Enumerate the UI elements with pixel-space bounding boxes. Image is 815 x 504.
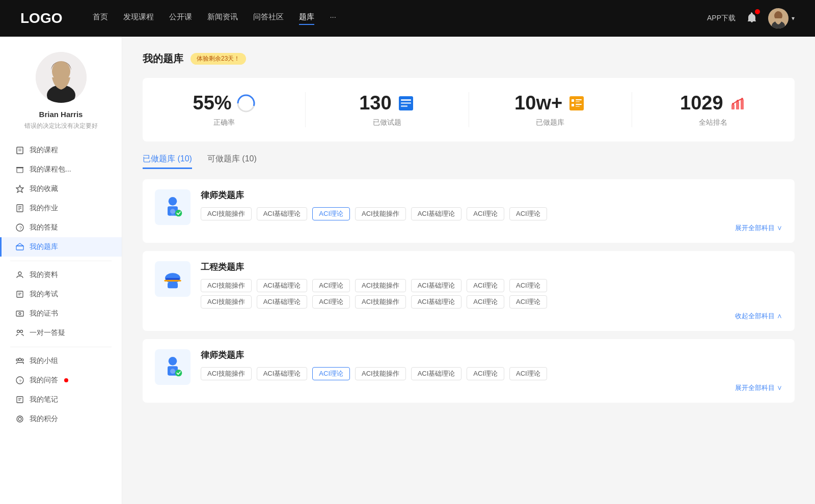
sidebar-item-qa[interactable]: ? 我的问答: [0, 371, 122, 390]
qbank-card-lawyer-2: 律师类题库 ACI技能操作 ACI基础理论 ACI理论 ACI技能操作 ACI基…: [143, 339, 795, 403]
tab-done[interactable]: 已做题库 (10): [143, 154, 192, 169]
sidebar-item-profile[interactable]: 我的资料: [0, 265, 122, 285]
sidebar-item-notes[interactable]: 我的笔记: [0, 390, 122, 409]
eng-tag-2[interactable]: ACI理论: [312, 279, 350, 292]
svg-point-69: [170, 369, 175, 374]
qbank-card-engineer: 工程类题库 ACI技能操作 ACI基础理论 ACI理论 ACI技能操作 ACI基…: [143, 251, 795, 331]
eng-tag-13[interactable]: ACI理论: [509, 295, 547, 309]
sidebar-label-package: 我的课程包...: [30, 165, 71, 174]
trial-badge: 体验剩余23天！: [191, 53, 246, 65]
svg-rect-66: [168, 283, 178, 289]
stats-card: 55% 正确率 130: [143, 78, 795, 142]
eng-tag-4[interactable]: ACI基础理论: [411, 279, 462, 292]
tag-6[interactable]: ACI理论: [509, 207, 547, 220]
tag-0[interactable]: ACI技能操作: [201, 207, 252, 220]
sidebar-label-points: 我的积分: [30, 414, 58, 424]
eng-tag-5[interactable]: ACI理论: [467, 279, 504, 292]
l2-tag-2[interactable]: ACI理论: [312, 367, 350, 380]
svg-rect-49: [576, 101, 580, 102]
stat-value-banks: 10w+: [514, 92, 562, 114]
tag-5[interactable]: ACI理论: [467, 207, 504, 220]
tag-1[interactable]: ACI基础理论: [257, 207, 308, 220]
l2-tag-1[interactable]: ACI基础理论: [257, 367, 308, 380]
main-content: 我的题库 体验剩余23天！ 55% 正确率: [122, 37, 815, 504]
eng-tag-7[interactable]: ACI技能操作: [201, 295, 252, 309]
sidebar-item-tutor[interactable]: 一对一答疑: [0, 323, 122, 343]
l2-tag-3[interactable]: ACI技能操作: [355, 367, 406, 380]
qbank-icon-engineer: [155, 261, 191, 297]
eng-tag-11[interactable]: ACI基础理论: [411, 295, 462, 309]
exam-icon: [15, 290, 24, 299]
nav-opencourse[interactable]: 公开课: [169, 12, 192, 25]
eng-tag-1[interactable]: ACI基础理论: [257, 279, 308, 292]
eng-tag-6[interactable]: ACI理论: [509, 279, 547, 292]
svg-point-21: [18, 272, 21, 275]
qbank-expand-engineer[interactable]: 收起全部科目 ∧: [201, 312, 782, 321]
stat-value-questions: 130: [359, 92, 391, 114]
navbar-right: APP下载 ▾: [707, 8, 795, 29]
eng-tag-3[interactable]: ACI技能操作: [355, 279, 406, 292]
profile-motto: 错误的决定比没有决定要好: [24, 122, 98, 130]
stat-top-rank: 1029: [680, 92, 747, 114]
sidebar-item-homework[interactable]: 我的作业: [0, 199, 122, 218]
sidebar-item-questions[interactable]: ? 我的答疑: [0, 218, 122, 237]
stat-accuracy: 55% 正确率: [143, 92, 306, 127]
qbank-expand-lawyer-2[interactable]: 展开全部科目 ∨: [201, 383, 782, 393]
eng-tag-0[interactable]: ACI技能操作: [201, 279, 252, 292]
svg-rect-65: [164, 280, 181, 282]
eng-tag-10[interactable]: ACI技能操作: [355, 295, 406, 309]
l2-tag-4[interactable]: ACI基础理论: [411, 367, 462, 380]
app-download-link[interactable]: APP下载: [707, 14, 736, 23]
ranking-chart-icon: [728, 94, 747, 113]
qbank-tags-lawyer-2: ACI技能操作 ACI基础理论 ACI理论 ACI技能操作 ACI基础理论 AC…: [201, 367, 782, 380]
svg-point-56: [732, 103, 734, 105]
sidebar-divider-1: [10, 261, 112, 261]
tag-3[interactable]: ACI技能操作: [355, 207, 406, 220]
qbank-expand-lawyer-1[interactable]: 展开全部科目 ∨: [201, 223, 782, 233]
svg-rect-19: [16, 246, 23, 250]
sidebar-item-course[interactable]: 我的课程: [0, 141, 122, 160]
svg-text:?: ?: [19, 226, 22, 231]
svg-point-70: [175, 370, 182, 376]
l2-tag-5[interactable]: ACI理论: [467, 367, 504, 380]
sidebar-item-qbank[interactable]: 我的题库: [0, 237, 122, 257]
qbank-card-lawyer-1: 律师类题库 ACI技能操作 ACI基础理论 ACI理论 ACI技能操作 ACI基…: [143, 179, 795, 243]
sidebar-item-favorites[interactable]: 我的收藏: [0, 179, 122, 199]
nav-qa[interactable]: 问答社区: [253, 12, 284, 25]
tab-todo[interactable]: 可做题库 (10): [207, 154, 257, 169]
navbar: LOGO 首页 发现课程 公开课 新闻资讯 问答社区 题库 ··· APP下载 …: [0, 0, 815, 37]
homework-icon: [15, 204, 24, 213]
tag-4[interactable]: ACI基础理论: [411, 207, 462, 220]
qbank-icon-lawyer-2: [155, 349, 191, 385]
eng-tag-9[interactable]: ACI理论: [312, 295, 350, 309]
tag-2[interactable]: ACI理论: [312, 207, 350, 220]
nav-more[interactable]: ···: [330, 12, 336, 25]
nav-news[interactable]: 新闻资讯: [207, 12, 238, 25]
user-avatar-container[interactable]: ▾: [768, 8, 795, 29]
stat-banks: 10w+ 已做题库: [469, 92, 632, 127]
nav-qbank[interactable]: 题库: [299, 12, 314, 25]
qbank-icon-lawyer: [155, 189, 191, 225]
nav-home[interactable]: 首页: [93, 12, 108, 25]
l2-tag-6[interactable]: ACI理论: [509, 367, 547, 380]
nav-discover[interactable]: 发现课程: [123, 12, 154, 25]
tabs-row: 已做题库 (10) 可做题库 (10): [143, 154, 795, 169]
notification-bell[interactable]: [746, 11, 758, 25]
eng-tag-12[interactable]: ACI理论: [467, 295, 504, 309]
sidebar-item-exam[interactable]: 我的考试: [0, 285, 122, 304]
sidebar-item-group[interactable]: 我的小组: [0, 351, 122, 371]
svg-point-41: [241, 98, 251, 108]
tutor-icon: [15, 328, 24, 338]
eng-tag-8[interactable]: ACI基础理论: [257, 295, 308, 309]
svg-point-30: [16, 359, 18, 361]
l2-tag-0[interactable]: ACI技能操作: [201, 367, 252, 380]
sidebar-menu: 我的课程 我的课程包... 我的收藏 我的作业: [0, 141, 122, 429]
svg-rect-43: [401, 99, 411, 101]
svg-marker-20: [16, 243, 23, 246]
sidebar-item-certificate[interactable]: 我的证书: [0, 304, 122, 323]
sidebar-item-package[interactable]: 我的课程包...: [0, 160, 122, 179]
profile-avatar: [36, 52, 87, 103]
sidebar-label-profile: 我的资料: [30, 270, 58, 279]
svg-rect-51: [576, 104, 582, 105]
sidebar-item-points[interactable]: 我的积分: [0, 409, 122, 429]
